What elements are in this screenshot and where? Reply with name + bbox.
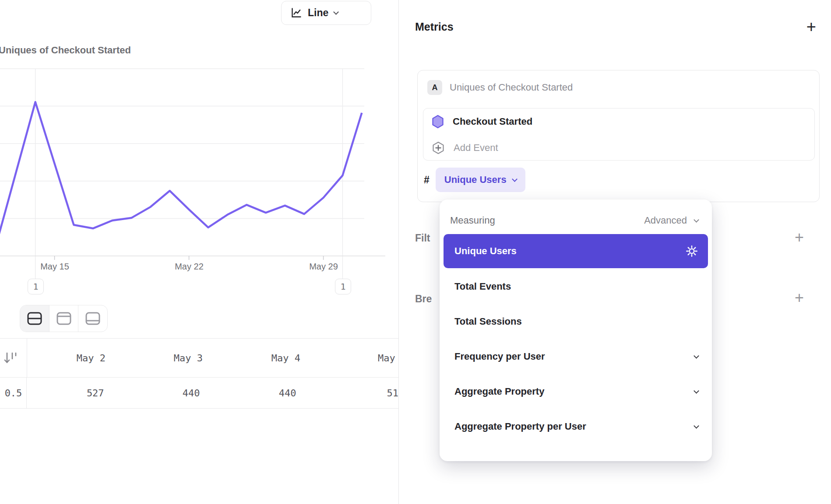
event-card: Checkout Started Add Event [423, 108, 815, 161]
event-name: Checkout Started [453, 116, 532, 127]
option-total-events[interactable]: Total Events [444, 269, 708, 304]
layout-chart-only-button[interactable] [49, 305, 78, 332]
advanced-toggle[interactable]: Advanced [644, 215, 704, 226]
add-filter-button[interactable]: + [792, 231, 806, 244]
x-tick-label: May 15 [40, 262, 69, 272]
line-chart-icon [290, 7, 302, 19]
measure-chip[interactable]: Unique Users [436, 168, 525, 192]
metric-card: A Uniques of Checkout Started Checkout S… [417, 70, 820, 202]
add-event-icon [432, 141, 445, 155]
analytics-chart-builder: Line Uniques of Checkout Started May 15 … [0, 0, 831, 504]
table-col-header[interactable]: May 2 [27, 353, 116, 364]
table-cell: 440 [115, 388, 211, 399]
table-col-header[interactable]: May 3 [116, 353, 213, 364]
chevron-down-icon [694, 217, 699, 223]
chevron-down-icon [333, 9, 339, 15]
table-row-label-cell: 0.5 [0, 378, 27, 408]
annotation-badge[interactable]: 1 [335, 279, 351, 294]
measure-prefix: # [424, 174, 430, 186]
event-hexagon-icon [432, 115, 444, 129]
measuring-dropdown: Measuring Advanced Unique Users Total Ev… [440, 200, 712, 461]
chart-pane: Line Uniques of Checkout Started May 15 … [0, 0, 398, 504]
chart-title: Uniques of Checkout Started [0, 45, 131, 56]
add-event-row[interactable]: Add Event [423, 135, 814, 161]
measuring-label: Measuring [450, 215, 495, 226]
chevron-down-icon [694, 423, 699, 429]
add-event-label: Add Event [454, 142, 498, 154]
metric-card-header[interactable]: A Uniques of Checkout Started [418, 70, 819, 95]
table-cell: 527 [27, 388, 114, 399]
split-view-icon [27, 312, 42, 326]
table-only-view-icon [85, 312, 101, 326]
annotation-badge[interactable]: 1 [28, 279, 44, 294]
gear-icon[interactable] [685, 245, 698, 258]
x-tick-label: May 29 [309, 262, 338, 272]
chevron-down-icon [694, 353, 699, 359]
x-tick-label: May 22 [175, 262, 204, 272]
measure-row: # Unique Users [424, 168, 525, 192]
metrics-header: Metrics + [415, 20, 819, 33]
table-sort-header[interactable] [0, 339, 27, 377]
add-metric-button[interactable]: + [804, 20, 819, 33]
metric-card-title: Uniques of Checkout Started [450, 82, 573, 93]
chart-only-view-icon [56, 312, 72, 326]
option-frequency-per-user[interactable]: Frequency per User [444, 339, 708, 374]
panel-layout-toggle [20, 305, 108, 332]
results-table: May 2 May 3 May 4 May 0.5 527 440 440 51 [0, 338, 398, 409]
option-total-sessions[interactable]: Total Sessions [444, 304, 708, 339]
table-cell: 440 [211, 388, 307, 399]
chevron-down-icon [512, 176, 518, 182]
sort-icon [3, 351, 18, 365]
measure-chip-label: Unique Users [444, 174, 507, 186]
chart-type-button[interactable]: Line [281, 1, 371, 25]
table-cell: 51 [307, 388, 398, 399]
event-row[interactable]: Checkout Started [423, 108, 814, 135]
layout-table-only-button[interactable] [78, 305, 107, 332]
chart-type-label: Line [308, 7, 328, 19]
metric-letter-badge: A [427, 80, 442, 95]
breakdowns-section-label: Bre [415, 293, 432, 305]
layout-split-button[interactable] [20, 305, 49, 332]
option-aggregate-property-per-user[interactable]: Aggregate Property per User [444, 409, 708, 444]
option-unique-users[interactable]: Unique Users [444, 234, 708, 268]
measuring-dropdown-header: Measuring Advanced [444, 203, 708, 233]
metrics-title: Metrics [415, 21, 454, 33]
chevron-down-icon [694, 388, 699, 394]
table-row: 0.5 527 440 440 51 [0, 378, 398, 409]
table-col-header[interactable]: May [311, 353, 398, 364]
filters-section-label: Filt [415, 232, 430, 244]
table-col-header[interactable]: May 4 [213, 353, 311, 364]
table-header-row: May 2 May 3 May 4 May [0, 339, 398, 378]
add-breakdown-button[interactable]: + [792, 291, 806, 304]
option-aggregate-property[interactable]: Aggregate Property [444, 374, 708, 409]
query-builder-pane: Metrics + A Uniques of Checkout Started … [399, 0, 831, 504]
